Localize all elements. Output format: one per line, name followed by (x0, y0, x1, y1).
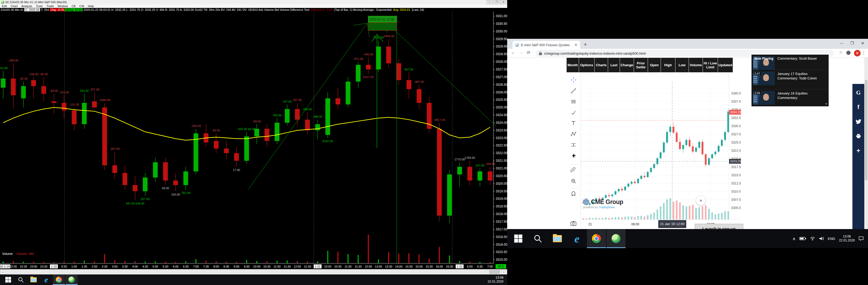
scroll-right-arrow[interactable]: > (501, 270, 506, 275)
profile-avatar[interactable]: V (854, 50, 861, 57)
page-scrollbar[interactable] (864, 58, 868, 229)
minimize-button[interactable]: ─ (836, 39, 847, 48)
tab-close-icon[interactable]: ✕ (574, 43, 578, 47)
menu-cw[interactable]: CW (79, 4, 84, 8)
playlist-scroll-down-icon[interactable]: ▾ (825, 102, 827, 106)
text-tool[interactable] (569, 119, 578, 127)
menu-tools[interactable]: Tools (36, 4, 43, 8)
bookmark-star-icon[interactable]: ☆ (839, 50, 843, 55)
trendline-tool[interactable] (569, 87, 578, 95)
magnet-tool[interactable] (569, 190, 578, 198)
menu-cb[interactable]: CB (71, 4, 75, 8)
wifi-icon[interactable] (810, 237, 815, 241)
maximize-button[interactable]: ❐ (493, 0, 500, 4)
cme-group-logo[interactable]: CME Group powered by TradingView (583, 199, 623, 209)
menu-chart[interactable]: Chart (10, 4, 18, 8)
taskbar-chrome[interactable] (53, 275, 65, 285)
column-header-updated[interactable]: Updated (718, 58, 733, 72)
taskbar-clock[interactable]: 13:0622.01.2020 (488, 276, 503, 284)
column-header-month[interactable]: Month (567, 58, 579, 72)
taskbar-ie[interactable]: e (567, 229, 586, 248)
menu-edit[interactable]: Edit (2, 4, 7, 8)
titlebar[interactable]: SC ESH20 30 Min #1 | E-Mini S&P 500 (Mar… (0, 0, 507, 4)
video-item[interactable]: 2:59January 16 Equities Commentary: (751, 90, 829, 106)
svg-text:21 Jan '20 12:00: 21 Jan '20 12:00 (660, 222, 684, 226)
browser-menu-icon[interactable]: ⋮ (861, 50, 866, 56)
crosshair-tool[interactable] (569, 76, 578, 84)
scroll-to-latest-button[interactable]: » (696, 196, 706, 205)
video-item[interactable]: 2:47January 17 Equities Commentary: Todd… (751, 70, 829, 90)
screenshot-tool[interactable] (569, 220, 578, 227)
ruler-tool[interactable] (569, 166, 578, 174)
url-text: cmegroup.com/trading/equity-index/us-ind… (544, 51, 646, 56)
taskbar-chrome[interactable] (587, 229, 606, 248)
new-tab-button[interactable]: + (584, 42, 587, 47)
video-thumbnail[interactable]: 2:47 (753, 72, 775, 85)
maximize-button[interactable]: ❐ (847, 39, 858, 48)
facebook-share-icon[interactable]: f (856, 104, 861, 110)
cursor-arrow-tool[interactable] (569, 152, 578, 159)
google-share-icon[interactable]: G (856, 90, 861, 96)
chart-scrollbar[interactable]: < > (0, 269, 507, 275)
brush-tool[interactable] (569, 108, 578, 116)
svg-text:14:30: 14:30 (405, 265, 413, 268)
menu-help[interactable]: Help (88, 4, 94, 8)
column-header-change[interactable]: Change (620, 58, 634, 72)
forecast-tool[interactable] (569, 141, 578, 149)
column-header-last[interactable]: Last (608, 58, 620, 72)
tray-clock[interactable]: 13:0622.01.2020 (839, 235, 855, 243)
print-icon[interactable] (856, 133, 861, 139)
svg-text:3319.00: 3319.00 (496, 197, 507, 201)
column-header-charts[interactable]: Charts (595, 58, 608, 72)
language-indicator[interactable]: ENG (828, 237, 835, 241)
fib-tool[interactable] (569, 98, 578, 106)
taskbar-explorer[interactable] (548, 229, 567, 248)
taskbar-explorer[interactable] (28, 275, 40, 285)
twitter-share-icon[interactable] (856, 119, 861, 124)
scrollbar-thumb[interactable] (865, 80, 867, 180)
video-thumbnail[interactable]: 2:59 (753, 91, 775, 105)
taskbar-start[interactable] (2, 275, 14, 285)
tray-chevron-icon[interactable]: ∧ (793, 236, 796, 241)
column-header-volume[interactable]: Volume (689, 58, 703, 72)
browser-tab[interactable]: E-mini S&P 500 Futures Quotes ✕ (513, 41, 580, 49)
scroll-thumb[interactable] (489, 270, 500, 274)
price-chart[interactable]: 2020-01-21 12:00161.00-285.00-92.00-194.… (0, 12, 507, 269)
pattern-tool[interactable] (569, 130, 578, 138)
speaker-icon[interactable] (819, 237, 824, 241)
battery-icon[interactable] (799, 237, 806, 240)
column-header-low[interactable]: Low (676, 58, 689, 72)
close-button[interactable]: ✕ (500, 0, 507, 4)
close-button[interactable]: ✕ (858, 39, 868, 48)
video-thumbnail[interactable]: Now Playing (753, 56, 775, 70)
menu-trade[interactable]: Trade (46, 4, 54, 8)
share-more-icon[interactable]: + (856, 148, 861, 153)
taskbar-search[interactable] (15, 275, 27, 285)
column-header-options[interactable]: Options (579, 58, 594, 72)
column-header-prior-settle[interactable]: Prior Settle (634, 58, 648, 72)
forward-button[interactable]: → (519, 50, 523, 55)
scroll-left-arrow[interactable]: < (1, 270, 5, 275)
svg-text:15:00: 15:00 (415, 265, 423, 268)
svg-text:3327.50: 3327.50 (496, 68, 507, 71)
video-item[interactable]: Now PlayingCommentary: Scott Bauer (751, 55, 829, 70)
action-center-icon[interactable] (859, 236, 864, 241)
taskbar-sierra[interactable] (65, 275, 78, 285)
menu-analysis[interactable]: Analysis (21, 4, 32, 8)
quotes-table-header: MonthOptionsChartsLastChangePrior Settle… (567, 58, 740, 72)
extension-icon[interactable] (846, 50, 850, 56)
back-button[interactable]: ← (511, 50, 515, 55)
column-header-open[interactable]: Open (648, 58, 661, 72)
svg-text:2:00: 2:00 (92, 265, 97, 268)
svg-text:327.00: 327.00 (141, 198, 150, 201)
column-header-high[interactable]: High (661, 58, 675, 72)
zoom-in-tool[interactable] (569, 177, 578, 185)
taskbar-ie[interactable]: e (40, 275, 52, 285)
taskbar-sierra[interactable] (607, 229, 625, 248)
minimize-button[interactable]: ─ (487, 0, 493, 4)
taskbar-search[interactable] (528, 229, 547, 248)
menu-window[interactable]: Window (58, 4, 68, 8)
reload-button[interactable]: ⟳ (527, 50, 530, 56)
taskbar-start[interactable] (509, 229, 528, 248)
column-header-hi-low-limit[interactable]: Hi / Low Limit (703, 58, 718, 72)
